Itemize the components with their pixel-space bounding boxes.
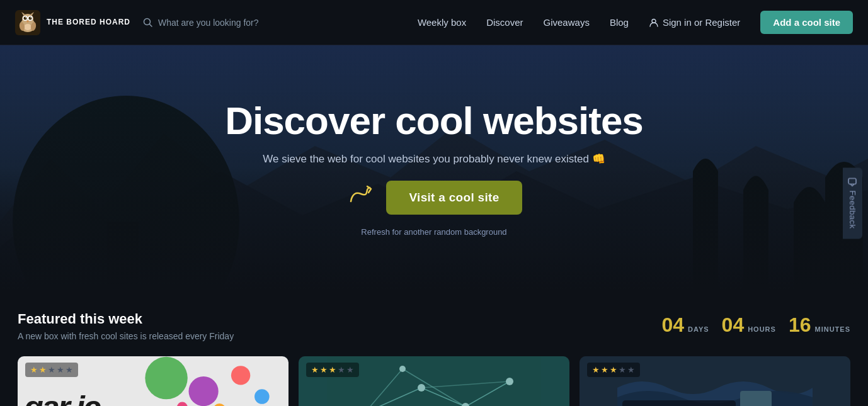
countdown-days-label: DAYS [688,325,709,333]
star-2: ★ [320,365,328,375]
card-3-stars: ★ ★ ★ ★ ★ [587,363,640,377]
star-4: ★ [57,365,64,375]
svg-rect-48 [848,178,856,184]
feedback-icon [848,178,857,186]
card-1[interactable]: gar ic ★ ★ ★ ★ ★ [18,356,288,406]
search-bar[interactable] [143,18,357,28]
nav-weekly-box[interactable]: Weekly box [418,17,466,28]
hero-subtitle: We sieve the web for cool websites you p… [263,152,605,166]
star-1: ★ [592,365,600,375]
brand-name: The Bored Hoard [47,18,130,28]
svg-rect-47 [740,391,772,406]
star-5: ★ [346,365,354,375]
feedback-tab[interactable]: Feedback [843,167,862,239]
countdown-minutes-num: 16 [789,313,811,337]
featured-info: Featured this week A new box with fresh … [18,311,234,341]
refresh-label[interactable]: Refresh for another random background [361,227,506,237]
search-icon [143,18,153,28]
svg-line-16 [150,24,152,26]
star-4: ★ [619,365,626,375]
countdown-days-num: 04 [661,313,684,337]
cards-row: gar ic ★ ★ ★ ★ ★ [0,341,868,406]
feedback-label: Feedback [848,190,857,228]
svg-point-12 [24,24,31,30]
navbar: The Bored Hoard Weekly box Discover Give… [0,0,868,45]
card-1-stars: ★ ★ ★ ★ ★ [25,363,78,377]
star-4: ★ [338,365,345,375]
star-3: ★ [329,365,336,375]
svg-point-9 [25,17,26,18]
search-input[interactable] [158,18,284,28]
star-2: ★ [39,365,47,375]
svg-point-25 [231,366,250,385]
swirl-icon [346,184,376,211]
hero-title: Discover cool websites [225,99,643,142]
nav-discover[interactable]: Discover [486,17,523,28]
svg-point-41 [399,366,406,372]
visit-cool-site-button[interactable]: Visit a cool site [386,181,522,215]
signin-link[interactable]: Sign in or Register [649,17,740,28]
star-1: ★ [30,365,38,375]
star-2: ★ [601,365,608,375]
card-2[interactable]: ★ ★ ★ ★ ★ [299,356,569,406]
star-5: ★ [627,365,635,375]
countdown-hours-num: 04 [722,313,745,337]
featured-title: Featured this week [18,311,234,327]
featured-header: Featured this week A new box with fresh … [18,311,850,341]
countdown-minutes: 16 MINUTES [789,313,850,337]
featured-subtitle: A new box with fresh cool sites is relea… [18,331,234,341]
card-3[interactable]: Current Status Today's Top 100 ★ ★ ★ ★ ★ [580,356,850,406]
countdown-hours-label: HOURS [748,325,776,333]
hero-section: Discover cool websites We sieve the web … [0,45,868,291]
star-5: ★ [66,365,73,375]
svg-point-38 [418,384,425,392]
owl-icon [15,10,40,35]
nav-links: Weekly box Discover Giveaways Blog Sign … [418,11,853,34]
countdown-minutes-label: MINUTES [815,325,851,333]
svg-point-8 [29,16,32,20]
hero-content: Discover cool websites We sieve the web … [225,99,643,237]
card-2-stars: ★ ★ ★ ★ ★ [306,363,359,377]
hero-cta-row: Visit a cool site [346,181,522,215]
nav-blog[interactable]: Blog [610,17,629,28]
add-site-button[interactable]: Add a cool site [760,11,853,34]
signin-label: Sign in or Register [663,17,740,28]
brand-logo[interactable]: The Bored Hoard [15,10,130,35]
user-icon [649,18,659,28]
svg-text:gar ic: gar ic [23,389,101,406]
svg-point-40 [506,378,513,385]
nav-giveaways[interactable]: Giveaways [544,17,590,28]
star-1: ★ [311,365,319,375]
svg-point-23 [145,357,187,399]
countdown-days: 04 DAYS [661,313,709,337]
star-3: ★ [610,365,617,375]
svg-point-26 [254,389,270,404]
svg-point-10 [30,17,31,18]
svg-point-24 [188,376,218,406]
star-3: ★ [48,365,55,375]
countdown-timer: 04 DAYS 04 HOURS 16 MINUTES [661,313,850,337]
featured-section: Featured this week A new box with fresh … [0,291,868,341]
svg-point-7 [24,16,27,20]
countdown-hours: 04 HOURS [722,313,776,337]
